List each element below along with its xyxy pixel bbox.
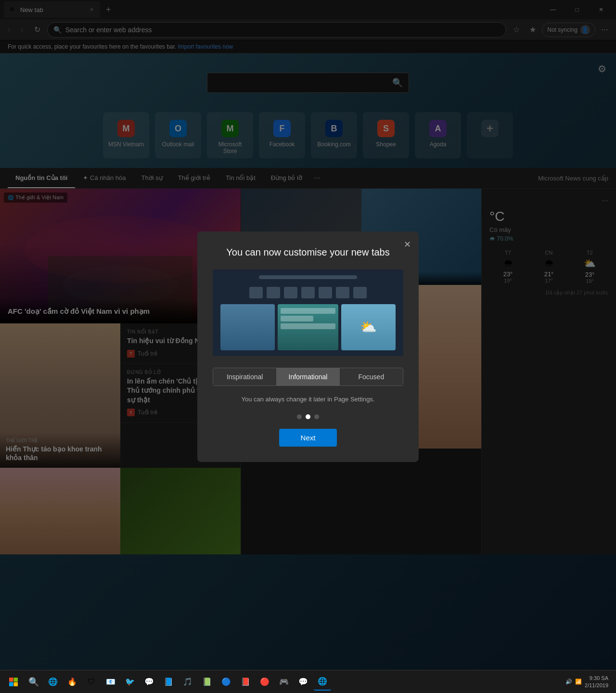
clock: 9:30 SA 2/11/2019 bbox=[585, 675, 608, 689]
option-inspirational[interactable]: Inspirational bbox=[213, 368, 276, 385]
preview-teal-line1 bbox=[281, 308, 335, 314]
preview-quick-links bbox=[218, 287, 398, 298]
preview-link-1 bbox=[249, 287, 263, 298]
svg-rect-5 bbox=[14, 682, 18, 686]
taskbar-icon10[interactable]: 🔵 bbox=[218, 673, 235, 691]
modal-options: Inspirational Informational Focused bbox=[213, 368, 403, 386]
modal-close-button[interactable]: ✕ bbox=[402, 237, 413, 252]
taskbar-icon7[interactable]: 📘 bbox=[160, 673, 177, 691]
preview-card-teal bbox=[278, 304, 338, 350]
svg-rect-3 bbox=[14, 678, 18, 682]
dot-1 bbox=[297, 414, 302, 419]
customise-modal: ✕ You can now customise your new tabs bbox=[197, 231, 419, 462]
taskbar-sys-tray: 🔊 📶 9:30 SA 2/11/2019 bbox=[562, 675, 612, 689]
start-button[interactable] bbox=[4, 672, 23, 692]
modal-dots bbox=[213, 414, 403, 419]
preview-link-2 bbox=[267, 287, 280, 298]
svg-rect-4 bbox=[9, 682, 13, 686]
preview-search-bar bbox=[259, 275, 358, 279]
taskbar-firefox[interactable]: 🔥 bbox=[64, 673, 81, 691]
preview-card-blue bbox=[220, 304, 275, 350]
tray-icon2[interactable]: 📶 bbox=[575, 679, 582, 685]
taskbar-icon6[interactable]: 💬 bbox=[141, 673, 158, 691]
taskbar-icon3[interactable]: 🛡 bbox=[83, 673, 100, 691]
preview-teal-line2 bbox=[281, 316, 313, 321]
preview-cards: ⛅ bbox=[218, 304, 398, 350]
windows-logo-icon bbox=[9, 677, 18, 687]
preview-link-3 bbox=[284, 287, 297, 298]
taskbar-icon9[interactable]: 📗 bbox=[198, 673, 216, 691]
modal-description: You can always change it later in Page S… bbox=[213, 396, 403, 403]
tray-icon1[interactable]: 🔊 bbox=[565, 679, 572, 685]
taskbar-edge[interactable]: 🌐 bbox=[314, 673, 331, 691]
dot-2 bbox=[306, 414, 310, 419]
dot-3 bbox=[314, 414, 319, 419]
taskbar-icon13[interactable]: 🎮 bbox=[275, 673, 293, 691]
taskbar-chrome[interactable]: 🌐 bbox=[44, 673, 62, 691]
taskbar-icon4[interactable]: 📧 bbox=[102, 673, 119, 691]
preview-card-weather: ⛅ bbox=[341, 304, 396, 350]
modal-overlay: ✕ You can now customise your new tabs bbox=[0, 0, 616, 693]
taskbar-icon11[interactable]: 📕 bbox=[237, 673, 254, 691]
preview-weather-icon: ⛅ bbox=[360, 319, 377, 335]
svg-rect-2 bbox=[9, 678, 13, 682]
preview-link-6 bbox=[336, 287, 349, 298]
preview-inner: ⛅ bbox=[213, 270, 403, 356]
taskbar: 🔍 🌐 🔥 🛡 📧 🐦 💬 📘 🎵 📗 🔵 📕 🔴 🎮 💬 🌐 🔊 📶 9:30… bbox=[0, 670, 616, 693]
taskbar-icon8[interactable]: 🎵 bbox=[179, 673, 196, 691]
next-button[interactable]: Next bbox=[279, 429, 337, 447]
modal-preview: ⛅ bbox=[213, 270, 403, 356]
taskbar-icon14[interactable]: 💬 bbox=[295, 673, 312, 691]
option-focused[interactable]: Focused bbox=[340, 368, 403, 385]
date-display: 2/11/2019 bbox=[585, 682, 608, 689]
time-display: 9:30 SA bbox=[585, 675, 608, 681]
modal-title: You can now customise your new tabs bbox=[213, 247, 403, 258]
preview-link-5 bbox=[319, 287, 332, 298]
taskbar-search[interactable]: 🔍 bbox=[25, 673, 42, 691]
preview-link-7 bbox=[353, 287, 367, 298]
preview-teal-line3 bbox=[281, 323, 335, 329]
option-informational[interactable]: Informational bbox=[276, 368, 339, 385]
preview-link-4 bbox=[301, 287, 315, 298]
taskbar-icon12[interactable]: 🔴 bbox=[256, 673, 273, 691]
taskbar-twitter[interactable]: 🐦 bbox=[121, 673, 139, 691]
